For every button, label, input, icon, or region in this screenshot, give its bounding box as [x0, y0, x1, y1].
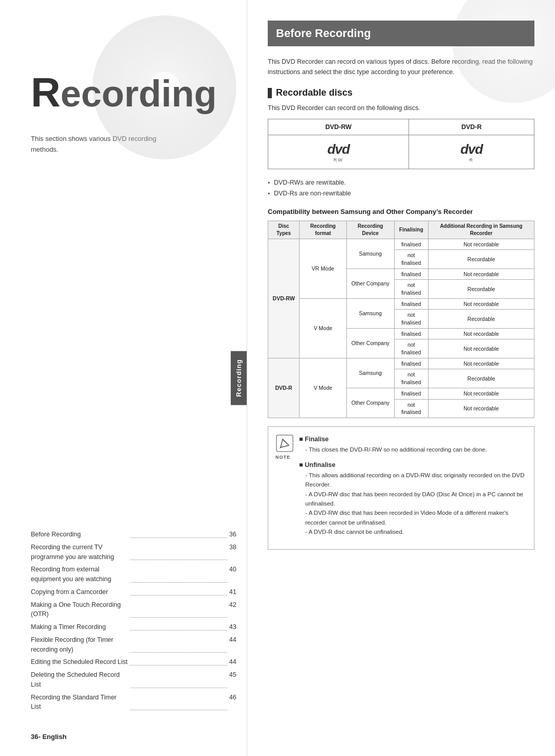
- toc-item-text: Recording the Standard Timer List: [31, 693, 128, 712]
- unfinalise-point-2: - A DVD-RW disc that has been recorded b…: [299, 490, 527, 509]
- compat-heading: Compatibility between Samsung and Other …: [268, 208, 534, 215]
- toc-item: Flexible Recording (for Timer recording …: [31, 635, 236, 655]
- res-11: Not recordable: [428, 388, 534, 399]
- unfinalise-point-1: - This allows additional recording on a …: [299, 471, 527, 490]
- svg-line-1: [283, 439, 287, 443]
- finalise-desc: - This closes the DVD-R/-RW so no additi…: [299, 445, 527, 454]
- fin-5: finalised: [394, 298, 428, 310]
- note-icon: [275, 434, 294, 453]
- col-rec-device: Recording Device: [346, 221, 394, 239]
- format-vr-mode: VR Mode: [300, 239, 347, 298]
- unfinalise-title: ■ Unfinalise: [299, 460, 527, 471]
- device-other-1: Other Company: [346, 268, 394, 298]
- fin-3: finalised: [394, 268, 428, 280]
- disc-bullet-2: DVD-Rs are non-rewritable: [268, 188, 534, 199]
- disc-dvd-r: DVD-R: [268, 358, 300, 418]
- res-10: Recordable: [428, 369, 534, 388]
- res-3: Not recordable: [428, 268, 534, 280]
- fin-4: not finalised: [394, 280, 428, 298]
- toc-section: Before Recording36Recording the current …: [31, 530, 236, 715]
- toc-page: 38: [229, 543, 236, 562]
- toc-page: 45: [229, 670, 236, 690]
- res-6: Recordable: [428, 310, 534, 328]
- title-big-r: R: [31, 69, 61, 115]
- col-additional-rec: Additional Recording in Samsung Recorder: [428, 221, 534, 239]
- fin-11: finalised: [394, 388, 428, 399]
- left-panel: Recording This section shows various DVD…: [0, 0, 247, 756]
- toc-dots: [130, 670, 227, 688]
- toc-item: Recording the Standard Timer List46: [31, 693, 236, 712]
- device-samsung-1: Samsung: [346, 239, 394, 268]
- res-4: Recordable: [428, 280, 534, 298]
- dvd-rw-header: DVD-RW: [268, 119, 409, 135]
- toc-item: Making a One Touch Recording (OTR)42: [31, 600, 236, 620]
- svg-rect-0: [276, 435, 293, 452]
- res-12: Not recordable: [428, 399, 534, 418]
- device-other-2: Other Company: [346, 328, 394, 358]
- toc-dots: [130, 530, 227, 538]
- dvd-r-header: DVD-R: [409, 119, 534, 135]
- toc-dots: [130, 600, 227, 618]
- dvd-r-logo: dvd: [414, 141, 529, 157]
- toc-item: Making a Timer Recording43: [31, 622, 236, 632]
- title-rest: ecording: [61, 73, 217, 114]
- finalise-title: ■ Finalise: [299, 434, 527, 445]
- side-tab: Recording: [231, 351, 247, 405]
- toc-page: 41: [229, 587, 236, 597]
- toc-page: 40: [229, 565, 236, 584]
- toc-page: 36: [229, 530, 236, 539]
- res-1: Not recordable: [428, 239, 534, 250]
- toc-item-text: Editing the Scheduled Record List: [31, 657, 128, 667]
- pencil-icon: [275, 434, 294, 453]
- format-v-mode-r: V Mode: [300, 358, 347, 418]
- toc-item-text: Flexible Recording (for Timer recording …: [31, 635, 128, 655]
- res-5: Not recordable: [428, 298, 534, 310]
- toc-dots: [130, 657, 227, 665]
- toc-dots: [130, 622, 227, 631]
- fin-2: not finalised: [394, 250, 428, 268]
- toc-item-text: Deleting the Scheduled Record List: [31, 670, 128, 690]
- toc-item: Copying from a Camcorder41: [31, 587, 236, 597]
- format-v-mode: V Mode: [300, 298, 347, 358]
- section-title: Before Recording: [268, 21, 534, 46]
- fin-9: finalised: [394, 358, 428, 369]
- dvd-rw-sub: RW: [273, 157, 403, 163]
- recordable-desc: This DVD Recorder can record on the foll…: [268, 104, 534, 112]
- res-8: Not recordable: [428, 339, 534, 358]
- note-unfinalise: ■ Unfinalise - This allows additional re…: [299, 460, 527, 537]
- toc-item: Before Recording36: [31, 530, 236, 539]
- note-box: NOTE ■ Finalise - This closes the DVD-R/…: [268, 426, 534, 550]
- toc-dots: [130, 587, 227, 596]
- res-2: Recordable: [428, 250, 534, 268]
- toc-dots: [130, 543, 227, 561]
- toc-page: 43: [229, 622, 236, 632]
- page-container: Recording This section shows various DVD…: [0, 0, 555, 756]
- toc-dots: [130, 693, 227, 711]
- fin-10: not finalised: [394, 369, 428, 388]
- unfinalise-point-3: - A DVD-RW disc that has been recorded i…: [299, 508, 527, 527]
- device-samsung-2: Samsung: [346, 298, 394, 328]
- dvd-rw-logo-cell: dvd RW: [268, 135, 409, 169]
- toc-item: Editing the Scheduled Record List44: [31, 657, 236, 667]
- recording-title: Recording: [31, 72, 226, 113]
- dvd-types-table: DVD-RW DVD-R dvd RW dvd: [268, 119, 534, 169]
- toc-page: 44: [229, 635, 236, 655]
- toc-page: 42: [229, 600, 236, 620]
- note-label: NOTE: [275, 454, 290, 461]
- disc-dvd-rw: DVD-RW: [268, 239, 300, 358]
- toc-item: Recording the current TV programme you a…: [31, 543, 236, 562]
- toc-dots: [130, 635, 227, 653]
- dvd-r-logo-cell: dvd R: [409, 135, 534, 169]
- toc-dots: [130, 565, 227, 583]
- res-7: Not recordable: [428, 328, 534, 339]
- toc-item-text: Recording from external equipment you ar…: [31, 565, 128, 584]
- toc-item-text: Before Recording: [31, 530, 128, 539]
- col-disc-types: Disc Types: [268, 221, 300, 239]
- page-footer: 36- English: [31, 733, 66, 741]
- toc-item-text: Making a One Touch Recording (OTR): [31, 600, 128, 620]
- disc-bullet-list: DVD-RWs are rewritable. DVD-Rs are non-r…: [268, 177, 534, 200]
- dvd-r-sub: R: [414, 157, 529, 163]
- unfinalise-point-4: - A DVD-R disc cannot be unfinalised.: [299, 527, 527, 536]
- toc-item-text: Copying from a Camcorder: [31, 587, 128, 597]
- toc-item-text: Recording the current TV programme you a…: [31, 543, 128, 562]
